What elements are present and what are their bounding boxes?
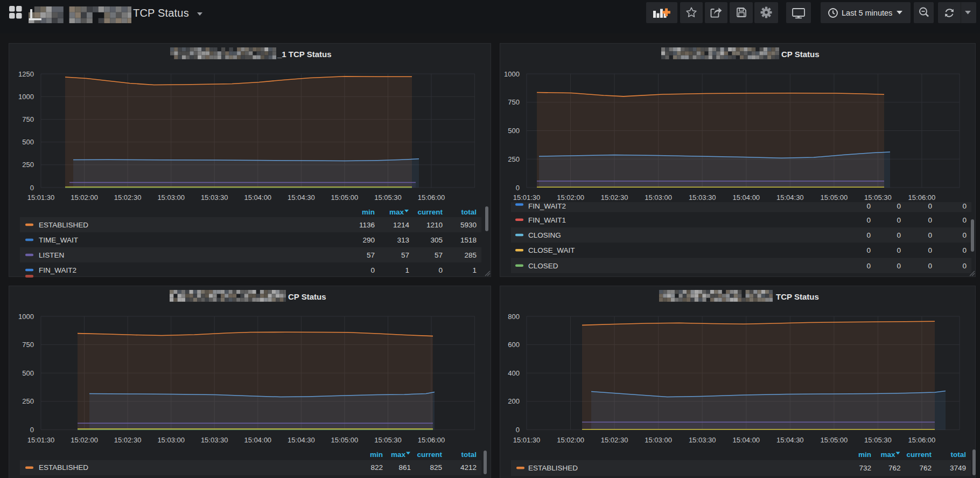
svg-text:15:03:30: 15:03:30 — [689, 436, 716, 444]
svg-text:0: 0 — [516, 426, 520, 434]
svg-text:0: 0 — [30, 426, 34, 434]
svg-text:15:03:30: 15:03:30 — [201, 436, 228, 444]
svg-text:1136: 1136 — [359, 221, 375, 229]
svg-text:15:01:30: 15:01:30 — [27, 193, 55, 202]
svg-text:TIME_WAIT: TIME_WAIT — [39, 236, 78, 244]
svg-text:15:02:30: 15:02:30 — [114, 193, 142, 202]
svg-text:0: 0 — [928, 262, 932, 270]
svg-text:305: 305 — [430, 236, 443, 244]
svg-text:0: 0 — [962, 246, 967, 254]
svg-text:1: 1 — [472, 266, 477, 274]
svg-text:15:01:30: 15:01:30 — [513, 193, 541, 202]
svg-text:15:06:00: 15:06:00 — [418, 193, 445, 202]
svg-text:0: 0 — [928, 202, 932, 210]
svg-text:825: 825 — [430, 463, 442, 472]
svg-text:15:05:00: 15:05:00 — [821, 193, 848, 202]
svg-text:0: 0 — [516, 184, 520, 192]
svg-text:current: current — [417, 208, 443, 216]
svg-text:15:03:30: 15:03:30 — [201, 193, 228, 202]
svg-text:current: current — [906, 451, 932, 459]
svg-text:FIN_WAIT2: FIN_WAIT2 — [528, 202, 566, 210]
svg-text:0: 0 — [962, 202, 967, 210]
svg-text:762: 762 — [888, 464, 901, 472]
svg-text:15:05:30: 15:05:30 — [864, 193, 892, 202]
svg-text:600: 600 — [508, 341, 520, 349]
svg-text:1000: 1000 — [18, 93, 34, 101]
svg-text:0: 0 — [866, 231, 871, 239]
svg-text:800: 800 — [508, 313, 520, 321]
svg-text:total: total — [951, 451, 967, 459]
svg-text:57: 57 — [367, 251, 375, 259]
svg-text:0: 0 — [866, 262, 871, 270]
svg-text:total: total — [461, 451, 477, 459]
svg-text:1250: 1250 — [18, 70, 34, 78]
svg-text:15:04:30: 15:04:30 — [776, 436, 804, 444]
svg-text:max: max — [880, 451, 895, 459]
svg-text:CLOSING: CLOSING — [528, 231, 561, 239]
svg-text:0: 0 — [866, 202, 871, 210]
svg-text:861: 861 — [398, 463, 411, 472]
svg-text:FIN_WAIT2: FIN_WAIT2 — [39, 266, 76, 274]
svg-text:3749: 3749 — [950, 464, 966, 472]
svg-text:current: current — [417, 451, 442, 459]
svg-text:_1 TCP Status: _1 TCP Status — [277, 50, 332, 59]
svg-text:0: 0 — [962, 262, 967, 270]
svg-text:0: 0 — [962, 231, 967, 239]
svg-text:15:06:00: 15:06:00 — [908, 193, 936, 202]
svg-text:ESTABLISHED: ESTABLISHED — [39, 221, 88, 229]
svg-text:732: 732 — [859, 464, 871, 472]
svg-text:750: 750 — [22, 341, 34, 349]
svg-text:750: 750 — [508, 98, 520, 106]
svg-text:15:02:30: 15:02:30 — [601, 436, 628, 444]
svg-text:FIN_WAIT1: FIN_WAIT1 — [528, 216, 566, 224]
svg-text:15:04:30: 15:04:30 — [288, 436, 315, 444]
svg-text:15:02:00: 15:02:00 — [557, 193, 584, 202]
svg-text:max: max — [389, 208, 404, 216]
svg-text:15:04:00: 15:04:00 — [732, 193, 760, 202]
svg-text:15:04:30: 15:04:30 — [288, 193, 315, 202]
svg-text:min: min — [370, 451, 383, 459]
svg-text:250: 250 — [22, 161, 34, 169]
svg-text:15:03:30: 15:03:30 — [689, 193, 716, 202]
svg-text:15:05:00: 15:05:00 — [331, 436, 359, 444]
svg-text:0: 0 — [897, 216, 901, 224]
svg-text:15:03:00: 15:03:00 — [157, 436, 185, 444]
svg-text:max: max — [391, 451, 406, 459]
svg-text:15:05:30: 15:05:30 — [374, 193, 402, 202]
svg-text:822: 822 — [370, 463, 383, 472]
svg-text:15:02:30: 15:02:30 — [601, 193, 628, 202]
svg-text:5930: 5930 — [460, 221, 477, 229]
svg-text:15:02:00: 15:02:00 — [557, 436, 584, 444]
svg-text:0: 0 — [897, 231, 901, 239]
svg-text:ESTABLISHED: ESTABLISHED — [528, 464, 578, 472]
svg-text:0: 0 — [438, 266, 443, 274]
svg-text:1000: 1000 — [504, 70, 520, 78]
svg-text:250: 250 — [508, 155, 520, 163]
svg-text:15:03:00: 15:03:00 — [157, 193, 185, 202]
svg-text:0: 0 — [928, 246, 932, 254]
svg-text:313: 313 — [397, 236, 409, 244]
svg-text:0: 0 — [370, 266, 375, 274]
svg-text:1: 1 — [405, 266, 409, 274]
svg-text:57: 57 — [401, 251, 409, 259]
svg-text:15:01:30: 15:01:30 — [27, 436, 55, 444]
svg-text:1000: 1000 — [18, 313, 34, 321]
svg-text:15:05:00: 15:05:00 — [331, 193, 359, 202]
svg-text:0: 0 — [928, 216, 932, 224]
svg-text:15:02:00: 15:02:00 — [71, 436, 98, 444]
svg-text:0: 0 — [897, 202, 901, 210]
svg-text:min: min — [858, 451, 871, 459]
svg-text:15:06:00: 15:06:00 — [418, 436, 445, 444]
svg-text:15:05:00: 15:05:00 — [821, 436, 848, 444]
svg-text:0: 0 — [928, 231, 932, 239]
svg-text:0: 0 — [962, 216, 967, 224]
svg-text:15:04:30: 15:04:30 — [776, 193, 804, 202]
svg-text:15:04:00: 15:04:00 — [732, 436, 760, 444]
svg-text:57: 57 — [435, 251, 443, 259]
svg-text:total: total — [461, 208, 477, 216]
svg-text:4212: 4212 — [460, 463, 477, 472]
svg-text:15:04:00: 15:04:00 — [244, 436, 271, 444]
svg-text:500: 500 — [22, 138, 34, 146]
svg-text:CLOSED: CLOSED — [528, 262, 558, 270]
svg-text:200: 200 — [508, 397, 520, 405]
